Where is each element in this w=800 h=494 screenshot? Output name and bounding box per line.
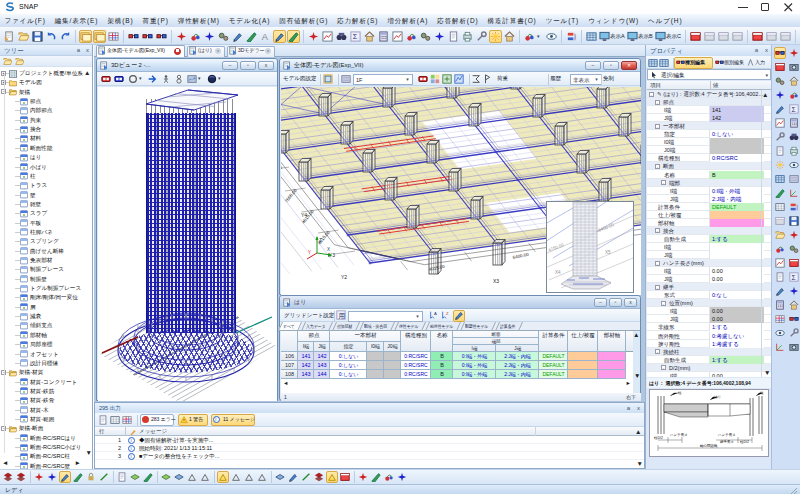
svg-text:4750.00: 4750.00 bbox=[548, 242, 565, 253]
svg-text:Z: Z bbox=[319, 238, 322, 243]
svg-text:X5: X5 bbox=[605, 250, 611, 255]
svg-text:Z: Z bbox=[446, 311, 449, 316]
svg-text:X4: X4 bbox=[555, 270, 561, 275]
svg-text:A: A bbox=[434, 311, 437, 316]
svg-text:Y2: Y2 bbox=[341, 274, 347, 280]
svg-text:6400.00: 6400.00 bbox=[512, 252, 529, 260]
svg-text:Σ: Σ bbox=[792, 106, 796, 113]
svg-text:Y4: Y4 bbox=[301, 212, 307, 218]
svg-text:X: X bbox=[327, 247, 330, 252]
svg-text:継手長さ: 継手長さ bbox=[719, 439, 734, 444]
svg-text:ハンチ長さ: ハンチ長さ bbox=[717, 433, 736, 437]
svg-text:X3: X3 bbox=[493, 278, 499, 284]
svg-text:6400.00: 6400.00 bbox=[598, 222, 615, 233]
svg-text:Σ: Σ bbox=[792, 274, 796, 281]
svg-text:Σ: Σ bbox=[353, 32, 358, 41]
svg-text:軸心間距離: 軸心間距離 bbox=[700, 443, 718, 448]
svg-text:Y: Y bbox=[308, 250, 311, 255]
svg-text:柱D/2: 柱D/2 bbox=[654, 436, 663, 440]
svg-text:柱: 柱 bbox=[678, 391, 682, 395]
svg-text:A: A bbox=[262, 32, 269, 42]
svg-text:用: 用 bbox=[339, 312, 346, 320]
svg-text:はり: はり bbox=[714, 395, 721, 399]
svg-text:柱D/2: 柱D/2 bbox=[740, 440, 749, 444]
svg-text:柱: 柱 bbox=[760, 391, 764, 395]
svg-text:ハンチ長さ: ハンチ長さ bbox=[669, 433, 688, 437]
